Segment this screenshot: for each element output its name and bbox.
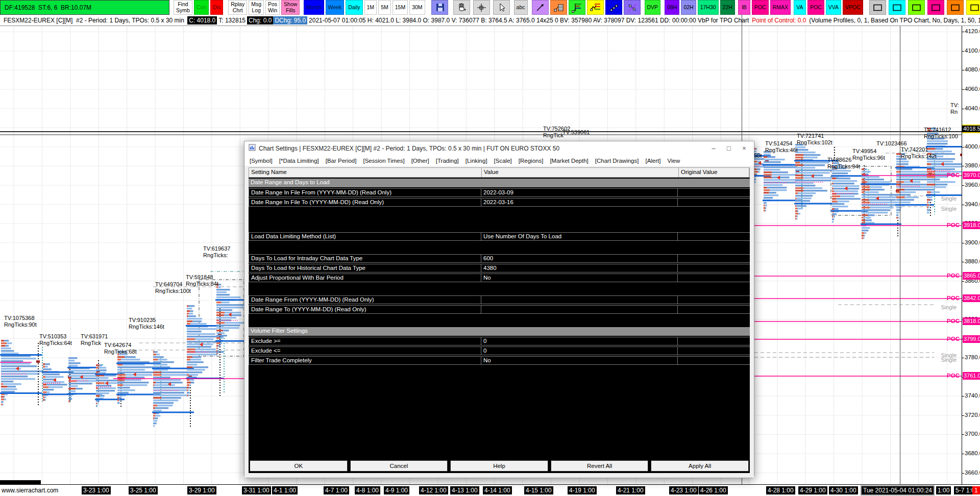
poc-price-chip: 3970.0 — [963, 171, 980, 179]
toolbar-vva-button[interactable]: VVA — [826, 0, 841, 15]
toolbar-pan-hand-icon[interactable] — [453, 0, 470, 15]
toolbar-rmax-button[interactable]: RMAX — [770, 0, 791, 15]
toolbar-5m-button[interactable]: 5M — [378, 0, 391, 15]
menu-symbol[interactable]: [Symbol] — [250, 158, 273, 164]
help-button[interactable]: Help — [450, 460, 548, 472]
info-segment-0: FESXM22-EUREX [C][M] #2 - Period: 1 Days… — [2, 16, 187, 24]
setting-value[interactable]: 600 — [481, 254, 678, 263]
toolbar-pos-win-button[interactable]: Pos Win — [265, 0, 280, 15]
toolbar-17h30-button[interactable]: 17H30 — [698, 0, 719, 15]
menu-market-depth[interactable]: [Market Depth] — [550, 158, 588, 164]
toolbar-30m-button[interactable]: 30M — [409, 0, 425, 15]
section-row-date-range-and-days-to-load: Date Range and Days to Load — [249, 179, 750, 187]
toolbar-dis-button[interactable]: Dis — [210, 0, 223, 15]
setting-row: Days To Load for Intraday Chart Data Typ… — [249, 254, 750, 263]
date-label: 1:00 — [936, 486, 951, 494]
menu-trading[interactable]: [Trading] — [436, 158, 459, 164]
toolbar-calculator-line-icon[interactable] — [550, 0, 567, 15]
toolbar-02h-button[interactable]: 02H — [681, 0, 696, 15]
menu-scale[interactable]: [Scale] — [494, 158, 512, 164]
toolbar-msg-log-button[interactable]: Msg Log — [249, 0, 264, 15]
info-segment-2: T: 132815 — [217, 16, 247, 24]
ok-button[interactable]: OK — [250, 460, 348, 472]
toolbar-rect-icon[interactable] — [908, 0, 925, 15]
axis-tick-mark — [962, 358, 964, 358]
toolbar-daily-button[interactable]: Daily — [346, 0, 362, 15]
menu-bar-period[interactable]: [Bar Period] — [326, 158, 357, 164]
menu-linking[interactable]: [Linking] — [465, 158, 487, 164]
cancel-button[interactable]: Cancel — [350, 460, 448, 472]
price-scale[interactable]: 4120.04100.04080.04060.04040.04020.04000… — [962, 26, 980, 484]
setting-original-value — [677, 264, 750, 272]
menu-view[interactable]: View — [667, 158, 680, 164]
setting-value[interactable]: 0 — [481, 337, 678, 345]
toolbar-08h-button[interactable]: 08H — [665, 0, 679, 15]
toolbar-month-button[interactable]: Month — [304, 0, 324, 15]
close-button[interactable]: × — [737, 142, 752, 154]
maximize-button[interactable]: □ — [721, 142, 737, 154]
toolbar-rect-icon[interactable] — [966, 0, 980, 15]
toolbar-rect-icon[interactable] — [869, 0, 886, 15]
toolbar-rect-icon[interactable] — [927, 0, 944, 15]
setting-value[interactable]: 2022-03-16 — [481, 198, 678, 207]
dialog-footer — [244, 473, 754, 478]
toolbar-week-button[interactable]: Week — [326, 0, 345, 15]
axis-tick-mark — [962, 109, 964, 109]
toolbar-con-button[interactable]: Con — [194, 0, 209, 15]
setting-value[interactable]: Use Number Of Days To Load — [481, 232, 678, 241]
minimize-button[interactable]: – — [706, 142, 721, 154]
toolbar-pointer-icon[interactable] — [493, 0, 510, 15]
setting-value[interactable]: No — [481, 356, 678, 365]
toolbar-poc-button[interactable]: POC — [752, 0, 769, 15]
toolbar-profile-levels-icon[interactable] — [569, 0, 585, 15]
toolbar-buttons: Find SymbConDisRplay ChrtMsg LogPos WinS… — [169, 0, 980, 15]
toolbar-1m-button[interactable]: 1M — [364, 0, 377, 15]
toolbar-ib-button[interactable]: IB — [738, 0, 750, 15]
data-feed-status: DF:419528 ST:6, 6 BR:10.07M — [0, 0, 169, 15]
toolbar-rect-icon[interactable] — [889, 0, 905, 15]
crosshair-icon — [476, 2, 487, 13]
axis-tick-label: 3680.0 — [965, 450, 980, 456]
time-scale[interactable]: www.sierrachart.com 3-23 1:003-25 1:003-… — [0, 484, 980, 496]
axis-tick-mark — [962, 434, 964, 435]
setting-value[interactable]: 2022-03-09 — [481, 188, 678, 197]
setting-row: Days To Load for Historical Chart Data T… — [249, 264, 750, 272]
toolbar-save-icon[interactable] — [431, 0, 448, 15]
toolbar-poc-button[interactable]: POC — [807, 0, 824, 15]
chart-info-bar: FESXM22-EUREX [C][M] #2 - Period: 1 Days… — [0, 15, 980, 26]
menu-data-limiting[interactable]: [*Data Limiting] — [279, 158, 319, 164]
toolbar-zigzag-icon[interactable] — [587, 0, 604, 15]
setting-value[interactable] — [481, 305, 678, 314]
toolbar-rect-icon[interactable] — [947, 0, 964, 15]
apply-all-button[interactable]: Apply All — [651, 460, 749, 472]
toolbar-crosshair-icon[interactable] — [473, 0, 490, 15]
toolbar-dotted-line-icon[interactable] — [605, 0, 622, 15]
dialog-title-bar[interactable]: Chart Settings | FESXM22-EUREX [C][M] #2… — [244, 141, 754, 155]
axis-tick-label: 3700.0 — [965, 431, 980, 437]
setting-value[interactable] — [481, 295, 678, 304]
menu-other[interactable]: [Other] — [411, 158, 429, 164]
menu-regions[interactable]: [Regions] — [519, 158, 544, 164]
menu-session-times[interactable]: [Session Times] — [363, 158, 404, 164]
toolbar-show-fills-button[interactable]: Show Fills — [281, 0, 300, 15]
menu-chart-drawings[interactable]: [Chart Drawings] — [595, 158, 639, 164]
toolbar-cross-lines-icon[interactable] — [624, 0, 641, 15]
toolbar-dvp-button[interactable]: DVP — [645, 0, 661, 15]
setting-original-value — [677, 337, 750, 345]
setting-value[interactable]: 4380 — [481, 264, 678, 272]
alert-badge: 1 — [972, 486, 980, 494]
toolbar-15m-button[interactable]: 15M — [393, 0, 408, 15]
toolbar-abc-button[interactable]: abc — [514, 0, 528, 15]
setting-value[interactable]: 0 — [481, 346, 678, 355]
date-label: 4-12 1:00 — [419, 486, 448, 494]
poc-price-chip: 3818.0 — [963, 317, 980, 325]
toolbar-rplay-chrt-button[interactable]: Rplay Chrt — [228, 0, 247, 15]
toolbar-find-symb-button[interactable]: Find Symb — [174, 0, 192, 15]
revert-all-button[interactable]: Revert All — [551, 460, 649, 472]
menu-alert[interactable]: [Alert] — [645, 158, 660, 164]
toolbar-trendline-icon[interactable] — [532, 0, 549, 15]
toolbar-vpoc-button[interactable]: VPOC — [843, 0, 863, 15]
toolbar-22h-button[interactable]: 22H — [720, 0, 735, 15]
setting-value[interactable]: No — [481, 274, 678, 282]
toolbar-va-button[interactable]: VA — [794, 0, 806, 15]
